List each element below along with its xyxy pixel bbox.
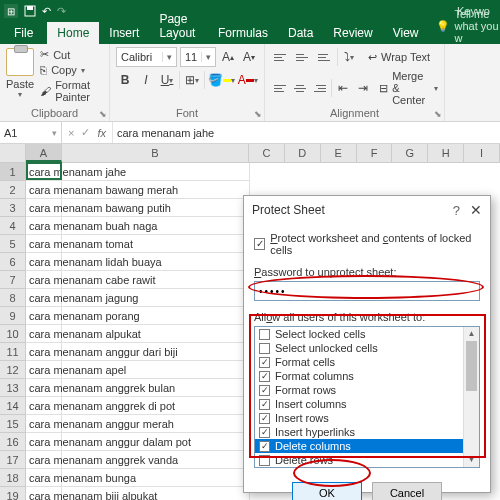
alignment-dialog-launcher[interactable]: ⬊ (434, 109, 442, 119)
permission-item[interactable]: ✓Delete columns (255, 439, 463, 453)
select-all-corner[interactable] (0, 144, 26, 162)
cell[interactable] (62, 433, 250, 451)
align-top-button[interactable] (271, 47, 291, 67)
col-header-d[interactable]: D (285, 144, 321, 162)
tab-home[interactable]: Home (47, 22, 99, 44)
cell[interactable] (62, 343, 250, 361)
cell[interactable] (62, 451, 250, 469)
increase-font-button[interactable]: A▴ (219, 47, 237, 67)
cell[interactable] (62, 235, 250, 253)
row-header[interactable]: 2 (0, 181, 26, 199)
cell[interactable] (62, 163, 250, 181)
cell[interactable]: cara menanam jagung (26, 289, 62, 307)
listbox-scrollbar[interactable]: ▲ ▼ (463, 327, 479, 467)
col-header-b[interactable]: B (62, 144, 249, 162)
row-header[interactable]: 7 (0, 271, 26, 289)
increase-indent-button[interactable]: ⇥ (354, 78, 372, 98)
col-header-a[interactable]: A (26, 144, 62, 162)
row-header[interactable]: 9 (0, 307, 26, 325)
tab-insert[interactable]: Insert (99, 22, 149, 44)
row-header[interactable]: 11 (0, 343, 26, 361)
orientation-button[interactable]: ⤵▾ (340, 47, 358, 67)
cut-button[interactable]: ✂Cut (40, 48, 103, 61)
permission-item[interactable]: Delete rows (255, 453, 463, 467)
row-header[interactable]: 5 (0, 235, 26, 253)
cell[interactable]: cara menanam bawang putih (26, 199, 62, 217)
cell[interactable] (62, 469, 250, 487)
align-left-button[interactable] (271, 78, 289, 98)
align-right-button[interactable] (311, 78, 329, 98)
cell[interactable]: cara menanam biji alpukat (26, 487, 62, 500)
cell[interactable] (62, 325, 250, 343)
fill-color-button[interactable]: 🪣▾ (208, 70, 235, 90)
borders-button[interactable]: ⊞▾ (183, 70, 201, 90)
permission-item[interactable]: ✓Format rows (255, 383, 463, 397)
underline-button[interactable]: U▾ (158, 70, 176, 90)
tab-page-layout[interactable]: Page Layout (149, 8, 208, 44)
row-header[interactable]: 3 (0, 199, 26, 217)
permission-item[interactable]: ✓Insert rows (255, 411, 463, 425)
accept-formula-icon[interactable]: ✓ (81, 126, 90, 139)
permission-item[interactable]: ✓Insert columns (255, 397, 463, 411)
format-painter-button[interactable]: 🖌Format Painter (40, 79, 103, 103)
cell[interactable]: cara menanam anggur dalam pot (26, 433, 62, 451)
permission-item[interactable]: Select locked cells (255, 327, 463, 341)
clipboard-dialog-launcher[interactable]: ⬊ (99, 109, 107, 119)
col-header-i[interactable]: I (464, 144, 500, 162)
scroll-thumb[interactable] (466, 341, 477, 391)
cell[interactable] (62, 397, 250, 415)
row-header[interactable]: 19 (0, 487, 26, 500)
cancel-formula-icon[interactable]: × (68, 127, 74, 139)
row-header[interactable]: 13 (0, 379, 26, 397)
font-dialog-launcher[interactable]: ⬊ (254, 109, 262, 119)
password-input[interactable] (254, 281, 480, 301)
font-color-button[interactable]: A▾ (238, 70, 258, 90)
col-header-e[interactable]: E (321, 144, 357, 162)
row-header[interactable]: 12 (0, 361, 26, 379)
cell[interactable] (62, 217, 250, 235)
cell[interactable] (62, 181, 250, 199)
merge-center-button[interactable]: ⊟Merge & Center▾ (379, 70, 438, 106)
tab-file[interactable]: File (0, 22, 47, 44)
tell-me[interactable]: 💡 Tell me what you w (436, 8, 500, 44)
cell[interactable]: cara menanam anggur merah (26, 415, 62, 433)
col-header-c[interactable]: C (249, 144, 285, 162)
row-header[interactable]: 16 (0, 433, 26, 451)
font-size-combo[interactable]: 11▾ (180, 47, 216, 67)
cell[interactable]: cara menanam anggrek di pot (26, 397, 62, 415)
cell[interactable]: cara menanam buah naga (26, 217, 62, 235)
cell[interactable]: cara menanam anggur dari biji (26, 343, 62, 361)
protect-contents-checkbox[interactable]: ✓ Protect worksheet and contents of lock… (254, 232, 480, 256)
cell[interactable]: cara menanam porang (26, 307, 62, 325)
decrease-font-button[interactable]: A▾ (240, 47, 258, 67)
row-header[interactable]: 10 (0, 325, 26, 343)
wrap-text-button[interactable]: ↩Wrap Text (368, 51, 430, 64)
permission-item[interactable]: ✓Insert hyperlinks (255, 425, 463, 439)
redo-icon[interactable]: ↷ (57, 5, 66, 18)
cell[interactable] (62, 361, 250, 379)
cell[interactable]: cara menanam bawang merah (26, 181, 62, 199)
permissions-listbox[interactable]: Select locked cellsSelect unlocked cells… (254, 326, 480, 468)
cell[interactable] (62, 289, 250, 307)
help-icon[interactable]: ? (453, 203, 460, 218)
paste-button[interactable]: Paste ▾ (6, 46, 34, 106)
cell[interactable] (62, 487, 250, 500)
save-icon[interactable] (24, 5, 36, 17)
ok-button[interactable]: OK (292, 482, 362, 500)
italic-button[interactable]: I (137, 70, 155, 90)
row-header[interactable]: 15 (0, 415, 26, 433)
tab-view[interactable]: View (383, 22, 429, 44)
close-icon[interactable]: ✕ (470, 202, 482, 218)
row-header[interactable]: 8 (0, 289, 26, 307)
copy-button[interactable]: ⎘Copy▾ (40, 64, 103, 76)
cell[interactable] (62, 253, 250, 271)
col-header-f[interactable]: F (357, 144, 393, 162)
row-header[interactable]: 14 (0, 397, 26, 415)
col-header-h[interactable]: H (428, 144, 464, 162)
row-header[interactable]: 6 (0, 253, 26, 271)
tab-review[interactable]: Review (323, 22, 382, 44)
cell[interactable]: cara menanam alpukat (26, 325, 62, 343)
align-center-button[interactable] (291, 78, 309, 98)
col-header-g[interactable]: G (392, 144, 428, 162)
cell[interactable]: cara menanam jahe (26, 163, 62, 181)
